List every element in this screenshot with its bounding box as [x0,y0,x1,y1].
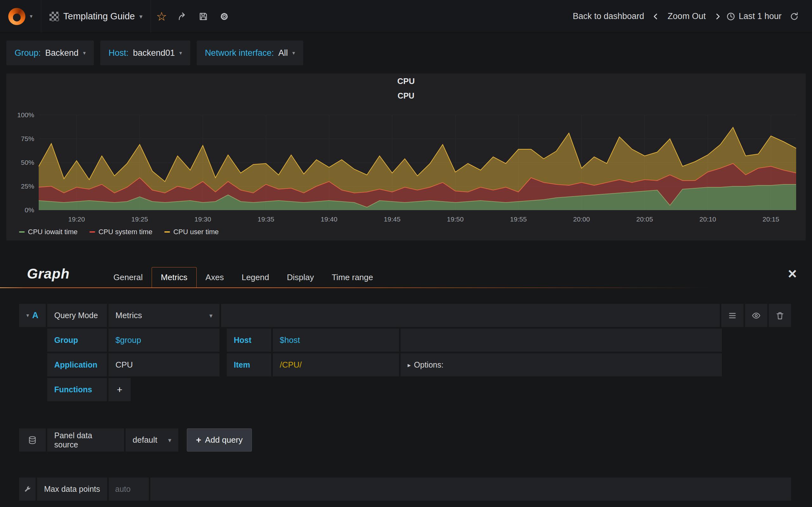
max-data-points-input[interactable] [114,484,143,494]
panel-editor-tabs: General Metrics Axes Legend Display Time… [105,267,382,287]
svg-text:19:50: 19:50 [447,216,464,223]
svg-text:75%: 75% [21,135,34,142]
back-to-dashboard-link[interactable]: Back to dashboard [570,11,647,21]
add-function-button[interactable]: + [108,378,131,401]
row-indent [19,378,46,401]
panel-title[interactable]: CPU [6,73,806,89]
legend-item[interactable]: CPU iowait time [19,228,78,236]
close-editor-icon[interactable]: × [782,266,803,281]
share-button[interactable] [172,0,193,33]
legend-color-swatch [90,231,95,233]
svg-text:20:05: 20:05 [636,216,653,223]
time-range-picker[interactable]: Last 1 hour [726,11,781,21]
query-delete-button[interactable] [769,304,791,327]
eye-icon [752,311,761,320]
chevron-left-icon[interactable] [652,12,660,20]
cpu-panel: CPU CPU 0%25%50%75%100%19:2019:2519:3019… [6,73,806,240]
query-row-mode: ▾ A Query Mode Metrics ▾ [19,304,791,327]
query-editor: ▾ A Query Mode Metrics ▾ [0,288,812,501]
star-button[interactable]: ☆ [151,0,172,33]
group-label: Group [47,329,107,352]
time-range-label: Last 1 hour [739,11,781,21]
query-row-group-host: Group $group Host $host [19,329,791,352]
dashboard-grid-icon [49,12,59,21]
variable-value: Backend [45,48,79,58]
chevron-right-icon[interactable] [713,12,722,20]
refresh-icon [790,12,799,21]
add-query-button[interactable]: + Add query [187,429,252,452]
options-cell: ▸ Options: [401,353,722,377]
legend-item[interactable]: CPU user time [164,228,218,236]
tab-display[interactable]: Display [278,267,322,287]
hamburger-menu-icon [728,311,737,320]
panel-type-title: Graph [27,266,70,282]
datasource-select[interactable]: default ▾ [125,429,178,452]
gear-icon [219,12,229,21]
legend-color-swatch [164,231,170,233]
cpu-stacked-area-chart[interactable]: 0%25%50%75%100%19:2019:2519:3019:3519:40… [9,102,803,226]
refresh-button[interactable] [786,12,803,21]
caret-down-icon: ▾ [30,14,33,19]
item-value-field[interactable]: /CPU/ [273,353,399,377]
query-letter: A [32,311,39,320]
legend-label[interactable]: CPU iowait time [28,228,78,236]
tab-legend[interactable]: Legend [233,267,278,287]
wrench-cell [19,477,36,501]
tab-metrics[interactable]: Metrics [152,267,197,287]
chart-title: CPU [6,89,806,102]
application-value-field[interactable]: CPU [108,353,219,377]
group-value-field[interactable]: $group [108,329,219,352]
share-icon [177,12,187,21]
host-value-field[interactable]: $host [273,329,399,352]
row-filler [401,329,722,352]
variable-value: backend01 [133,48,175,58]
variable-host[interactable]: Host: backend01 ▾ [100,41,190,65]
max-data-points-input-cell [109,477,149,501]
tab-axes[interactable]: Axes [197,267,233,287]
variable-network-interface[interactable]: Network interface: All ▾ [197,41,303,65]
dashboard-title-dropdown[interactable]: Templating Guide ▾ [41,0,151,33]
query-collapse-toggle[interactable]: ▾ A [19,304,46,327]
row-filler [150,477,791,501]
query-menu-button[interactable] [721,304,744,327]
query-toggle-visibility-button[interactable] [745,304,767,327]
tab-time-range[interactable]: Time range [323,267,382,287]
query-mode-label: Query Mode [47,304,107,327]
settings-button[interactable] [214,0,235,33]
svg-text:19:40: 19:40 [321,216,338,223]
svg-text:19:55: 19:55 [510,216,527,223]
svg-text:19:30: 19:30 [194,216,211,223]
variable-group[interactable]: Group: Backend ▾ [6,41,94,65]
tab-general[interactable]: General [105,267,152,287]
save-button[interactable] [193,0,214,33]
svg-text:100%: 100% [17,111,34,118]
legend-label[interactable]: CPU system time [98,228,152,236]
svg-text:20:10: 20:10 [699,216,716,223]
svg-text:20:15: 20:15 [763,216,779,223]
caret-down-icon: ▾ [209,313,212,319]
legend-item[interactable]: CPU system time [90,228,152,236]
query-row-functions: Functions + [19,378,791,401]
chart-container: 0%25%50%75%100%19:2019:2519:3019:3519:40… [6,102,806,226]
application-label: Application [47,353,107,377]
datasource-value: default [133,435,157,445]
dashboard-actions: ☆ [151,0,235,33]
variable-value: All [278,48,288,58]
datasource-label: Panel data source [47,429,124,452]
caret-down-icon: ▾ [292,50,295,56]
svg-text:19:45: 19:45 [384,216,401,223]
query-mode-select[interactable]: Metrics ▾ [108,304,219,327]
options-expander[interactable]: ▸ Options: [408,360,444,370]
wrench-icon [23,485,32,494]
template-variables-row: Group: Backend ▾ Host: backend01 ▾ Netwo… [0,33,812,73]
grafana-menu[interactable]: ▾ [0,0,41,33]
datasource-row: Panel data source default ▾ + Add query [19,429,791,452]
caret-down-icon: ▾ [83,50,86,56]
zoom-out-link[interactable]: Zoom Out [664,11,709,21]
svg-text:25%: 25% [21,182,34,190]
row-indent [19,329,46,352]
legend-label[interactable]: CPU user time [173,228,218,236]
panel-editor: Graph General Metrics Axes Legend Displa… [0,260,812,501]
variable-label: Host: [108,48,129,58]
query-row-application-item: Application CPU Item /CPU/ ▸ Options: [19,353,791,377]
